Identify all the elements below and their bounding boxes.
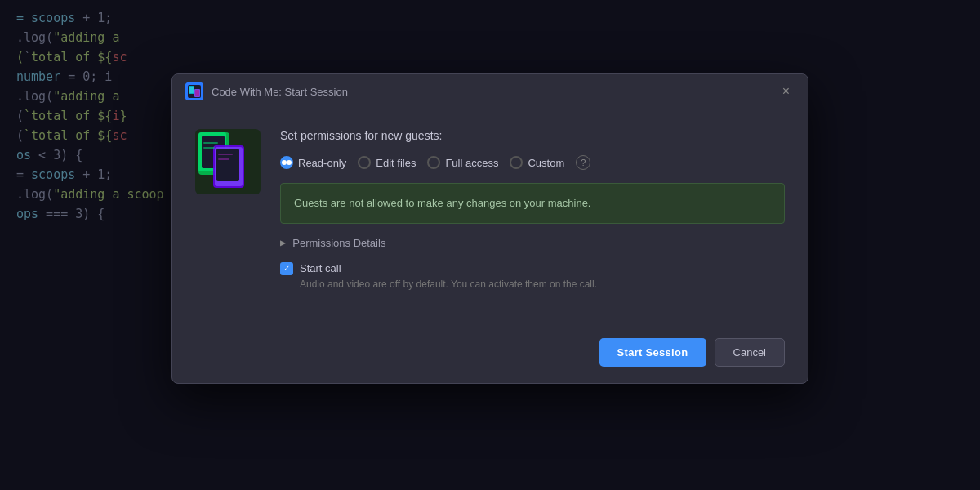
help-icon[interactable]: ? [576, 155, 590, 170]
logo-area [195, 129, 261, 310]
start-session-button[interactable]: Start Session [599, 338, 706, 367]
dialog: Code With Me: Start Session × [172, 74, 808, 384]
svg-rect-4 [189, 87, 194, 93]
svg-rect-5 [195, 90, 199, 96]
start-call-row[interactable]: ✓ Start call [280, 262, 785, 275]
permissions-label: Set permissions for new guests: [280, 129, 785, 142]
modal-overlay: Code With Me: Start Session × [0, 0, 980, 490]
cwm-logo-icon [195, 129, 261, 194]
radio-custom[interactable]: Custom [510, 156, 564, 169]
svg-rect-14 [203, 147, 215, 149]
radio-circle-readonly [280, 156, 293, 169]
radio-label-fullaccess: Full access [445, 157, 498, 169]
svg-rect-13 [203, 142, 218, 144]
chevron-right-icon: ▶ [280, 237, 286, 248]
radio-circle-fullaccess [427, 156, 440, 169]
dialog-titlebar: Code With Me: Start Session × [172, 74, 808, 109]
dialog-app-icon [185, 82, 203, 100]
button-row: Start Session Cancel [172, 330, 808, 383]
radio-editfiles[interactable]: Edit files [358, 156, 416, 169]
cancel-button[interactable]: Cancel [715, 338, 785, 367]
radio-readonly[interactable]: Read-only [280, 156, 346, 169]
start-call-sublabel: Audio and video are off by default. You … [300, 278, 785, 290]
radio-label-editfiles: Edit files [376, 157, 416, 169]
permissions-details-row[interactable]: ▶ Permissions Details [280, 237, 785, 249]
info-box: Guests are not allowed to make any chang… [280, 183, 785, 224]
radio-fullaccess[interactable]: Full access [427, 156, 498, 169]
checkmark-icon: ✓ [284, 264, 290, 273]
radio-label-custom: Custom [528, 157, 564, 169]
content-area: Set permissions for new guests: Read-onl… [280, 129, 785, 310]
dialog-body: Set permissions for new guests: Read-onl… [172, 109, 808, 330]
dialog-title: Code With Me: Start Session [212, 86, 769, 98]
radio-group: Read-only Edit files Full access Custom [280, 155, 785, 170]
permissions-details-label: Permissions Details [292, 237, 385, 249]
radio-circle-editfiles [358, 156, 371, 169]
radio-circle-custom [510, 156, 523, 169]
svg-rect-15 [218, 154, 233, 155]
svg-rect-16 [218, 158, 229, 160]
start-call-checkbox[interactable]: ✓ [280, 262, 293, 275]
radio-label-readonly: Read-only [298, 157, 346, 169]
divider-line [392, 243, 785, 243]
close-button[interactable]: × [777, 83, 795, 100]
start-call-label: Start call [300, 262, 341, 274]
